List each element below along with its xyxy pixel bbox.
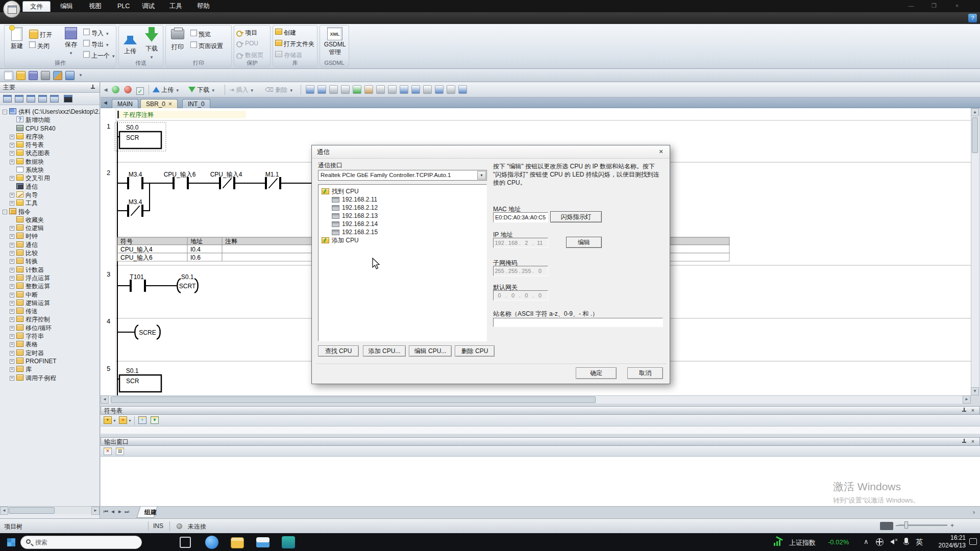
view-icon-5[interactable] [50,95,59,103]
tree-expander-icon[interactable]: + [10,251,14,256]
find-cpu-button[interactable]: 查找 CPU [318,345,359,357]
found-cpu-node[interactable]: 找到 CPU [318,187,486,195]
view-icon-1[interactable] [3,95,12,103]
run-button[interactable] [112,85,119,95]
gsdml-manage-button[interactable]: XML GSDML管理 [324,27,346,59]
edit-cpu-button[interactable]: 编辑 CPU... [409,345,452,357]
monitor-view-icon[interactable] [64,95,72,103]
tree-item[interactable]: +逻辑运算 [0,299,100,307]
tree-expander-icon[interactable]: + [10,176,14,181]
protect-pou-button[interactable]: POU [236,40,258,49]
view-icon-2[interactable] [15,95,23,103]
tree-expander-icon[interactable]: + [10,259,14,264]
tree-item[interactable]: +数据块 [0,158,100,166]
quick-window-icon[interactable] [65,71,75,80]
tree-expander-icon[interactable]: + [10,143,14,147]
maximize-button[interactable]: ❒ [926,2,942,10]
address-toggle-icon[interactable] [353,85,361,94]
mail-icon[interactable] [256,537,270,547]
tree-item[interactable]: +表格 [0,340,100,348]
microphone-icon[interactable] [904,538,908,543]
tree-expander-icon[interactable]: + [10,334,14,339]
quick-print-icon[interactable] [41,71,50,80]
tree-item[interactable]: +向导 [0,191,100,199]
wire-right-icon[interactable] [447,85,455,94]
view-icon-3[interactable] [27,95,35,103]
editor-vscrollbar[interactable]: ▲ ▼ [971,108,979,395]
menu-file[interactable]: 文件 [22,1,51,12]
tree-expander-icon[interactable]: + [10,342,14,347]
save-button[interactable]: 保存▼ [60,27,82,59]
network-1[interactable]: S0.0 SCR [115,122,166,151]
tree-expander-icon[interactable]: + [10,226,14,231]
menu-help[interactable]: 帮助 [190,1,217,12]
interface-dropdown[interactable]: Realtek PCIe GbE Family Controller.TCPIP… [318,170,487,181]
tree-expander-icon[interactable]: + [10,301,14,306]
cpu-list-item[interactable]: 192.168.2.12 [318,204,486,212]
scroll-up-icon[interactable]: ▲ [971,108,979,116]
insert-row-icon[interactable]: + [104,416,112,424]
tree-item[interactable]: +移位/循环 [0,324,100,332]
tree-expander-icon[interactable]: + [10,326,14,331]
page-setup-button[interactable]: 页面设置 [190,41,223,51]
output-panel-titlebar[interactable]: 输出窗口 × [101,437,980,446]
cpu-list-item[interactable]: 192.168.2.11 [318,195,486,204]
pin-icon[interactable] [962,408,967,413]
clear-output-icon[interactable]: ✕ [104,447,112,455]
volume-muted-icon[interactable]: × [890,539,894,544]
menu-edit[interactable]: 编辑 [53,1,80,12]
open-button[interactable]: 打开 [29,30,52,39]
tree-expander-icon[interactable]: + [10,201,14,206]
tree-expander-icon[interactable]: + [10,284,14,289]
app-icon[interactable] [282,536,295,548]
view-icon-4[interactable] [38,95,47,103]
tree-item[interactable]: +定时器 [0,349,100,357]
tree-item[interactable]: +通信 [0,241,100,249]
tab-int0[interactable]: INT_0 [182,99,210,108]
export-button[interactable]: 导出 ▼ [83,40,109,49]
stock-change[interactable]: -0.02% [828,538,849,546]
tree-expander-icon[interactable]: + [10,359,14,364]
notification-icon[interactable] [969,538,977,545]
lib-open-folder-button[interactable]: 打开文件夹 [275,40,314,49]
close-panel-icon[interactable]: × [970,408,976,414]
close-panel-icon[interactable]: × [970,439,976,445]
network-2[interactable]: M3.4 CPU_输入6 CPU_输入4 M1.1 M3.4 [117,171,315,217]
tree-item[interactable]: +计数器 [0,266,100,274]
clear-bookmark-icon[interactable] [329,85,338,94]
tray-chevron-icon[interactable]: ∧ [864,538,869,545]
output-options-icon[interactable]: ▤ [116,447,124,455]
taskbar-search[interactable]: 搜索 [20,536,142,549]
ok-button[interactable]: 确定 [576,367,617,379]
editor-hscrollbar[interactable]: ◄ ► [101,395,971,404]
pin-icon[interactable] [90,85,95,90]
tree-item[interactable]: +状态图表 [0,149,100,157]
close-button[interactable]: × [949,2,965,10]
cpu-list-item[interactable]: 192.168.2.15 [318,228,486,236]
tree-item[interactable]: 通信 [0,183,100,191]
scroll-thumb[interactable] [972,117,978,153]
start-button[interactable] [7,538,15,546]
tree-item[interactable]: 收藏夹 [0,216,100,224]
network-icon[interactable] [876,538,884,546]
tree-expander-icon[interactable]: + [10,293,14,297]
taskbar-clock[interactable]: 16:21 2024/6/13 [922,534,966,549]
tree-item[interactable]: +库 [0,365,100,373]
wire-up-icon[interactable] [411,85,420,94]
goto-icon[interactable] [341,85,350,94]
delete-cpu-button[interactable]: 删除 CPU [455,345,495,357]
tree-expander-icon[interactable]: + [10,243,14,247]
menu-debug[interactable]: 调试 [135,1,162,12]
sheet-tab-label[interactable]: 组建 [144,508,157,517]
tree-expander-icon[interactable]: + [10,276,14,281]
delete-button[interactable]: ⌫ 删除 ▼ [265,85,293,95]
sheet-nav-icons[interactable]: ⏮◄►⏭ [104,509,131,515]
protect-project-button[interactable]: 项目 [236,29,257,38]
quick-tool-icon[interactable] [53,71,62,80]
tree-expander-icon[interactable]: + [10,309,14,314]
flash-led-button[interactable]: 闪烁指示灯 [550,211,602,222]
add-chart-icon[interactable]: + [138,416,146,424]
dialog-titlebar[interactable]: 通信 [312,145,670,159]
wire-left-icon[interactable] [435,85,444,94]
symbol-panel-titlebar[interactable]: 符号表 × [101,406,980,415]
